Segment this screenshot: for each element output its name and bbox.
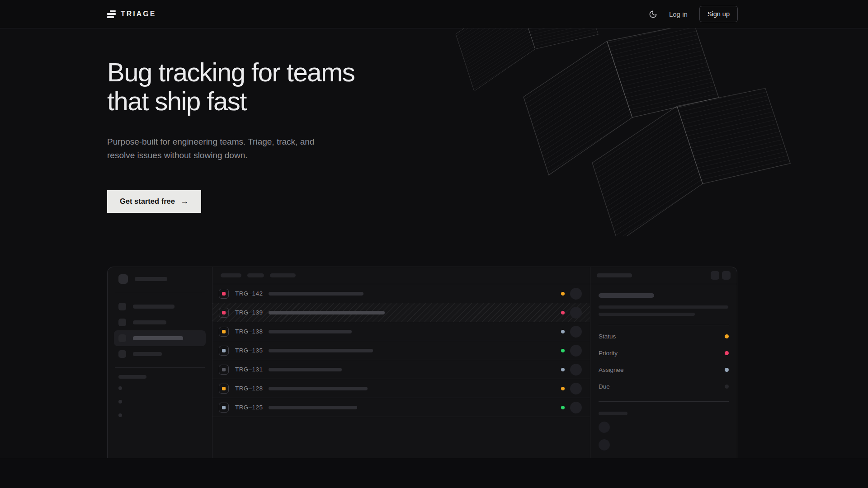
page-title: Bug tracking for teams that ship fast xyxy=(107,58,396,116)
field-label: Due xyxy=(599,383,610,390)
arrow-right-icon: → xyxy=(180,197,189,206)
issue-id: TRG–142 xyxy=(235,290,263,297)
issue-row[interactable]: TRG–128 xyxy=(212,379,590,398)
top-nav: TRIAGE Log in Sign up xyxy=(0,0,868,28)
issue-title-skeleton xyxy=(269,368,342,371)
app-screenshot-mockup: TRG–142TRG–139TRG–138TRG–135TRG–131TRG–1… xyxy=(107,267,737,458)
mockup-sidebar xyxy=(108,267,212,458)
filter-tab[interactable] xyxy=(270,273,296,277)
issue-type-icon xyxy=(219,289,229,299)
status-dot xyxy=(561,311,565,314)
activity-label-skeleton xyxy=(599,412,627,415)
issue-type-icon xyxy=(219,365,229,375)
avatar xyxy=(599,439,610,450)
field-label: Assignee xyxy=(599,366,624,373)
detail-fields: StatusPriorityAssigneeDue xyxy=(599,328,729,395)
assignee-avatar xyxy=(570,364,582,375)
footer xyxy=(0,458,868,488)
status-dot xyxy=(561,330,565,333)
filter-tab[interactable] xyxy=(247,273,264,277)
status-dot xyxy=(561,387,565,390)
issue-type-icon xyxy=(219,327,229,337)
sidebar-item[interactable] xyxy=(114,408,206,422)
detail-action-button[interactable] xyxy=(722,271,731,280)
issue-type-icon xyxy=(219,346,229,356)
moon-icon xyxy=(649,10,657,19)
issue-title-skeleton xyxy=(269,292,363,296)
assignee-avatar xyxy=(570,383,582,394)
field-value-dot xyxy=(725,385,729,389)
detail-field-row[interactable]: Status xyxy=(599,328,729,345)
status-dot xyxy=(561,406,565,409)
issue-title-skeleton xyxy=(269,349,373,352)
hero-section: Bug tracking for teams that ship fast Pu… xyxy=(0,28,868,458)
issue-title-skeleton xyxy=(269,311,385,314)
theme-toggle-button[interactable] xyxy=(649,10,657,19)
issue-id: TRG–128 xyxy=(235,385,263,392)
issue-list-rows: TRG–142TRG–139TRG–138TRG–135TRG–131TRG–1… xyxy=(212,284,590,417)
issue-type-icon xyxy=(219,384,229,394)
assignee-avatar xyxy=(570,402,582,413)
issue-row[interactable]: TRG–131 xyxy=(212,360,590,379)
sidebar-item[interactable] xyxy=(114,299,206,314)
field-value-dot xyxy=(725,351,729,355)
wireframe-panels-decoration xyxy=(452,28,868,236)
detail-field-row[interactable]: Priority xyxy=(599,345,729,361)
assignee-avatar xyxy=(570,288,582,300)
assignee-avatar xyxy=(570,307,582,319)
sidebar-item[interactable] xyxy=(114,314,206,330)
field-label: Status xyxy=(599,333,616,340)
assignee-avatar xyxy=(570,326,582,338)
hero-subtitle: Purpose-built for engineering teams. Tri… xyxy=(107,135,320,162)
detail-action-button[interactable] xyxy=(711,271,719,280)
detail-field-row[interactable]: Due xyxy=(599,378,729,395)
issue-row[interactable]: TRG–142 xyxy=(212,284,590,303)
issue-type-icon xyxy=(219,308,229,318)
sidebar-item[interactable] xyxy=(114,395,206,408)
issue-id: TRG–125 xyxy=(235,404,263,411)
mockup-workspace-switcher[interactable] xyxy=(114,274,206,284)
signup-button[interactable]: Sign up xyxy=(699,6,738,22)
field-value-dot xyxy=(725,334,729,338)
issue-id: TRG–139 xyxy=(235,309,263,316)
brand[interactable]: TRIAGE xyxy=(107,10,156,18)
status-dot xyxy=(561,349,565,352)
workspace-icon xyxy=(118,274,128,284)
sidebar-section-label xyxy=(118,375,146,379)
triage-logo-icon xyxy=(107,10,116,18)
issue-detail-panel: StatusPriorityAssigneeDue xyxy=(590,267,737,458)
avatar xyxy=(599,422,610,433)
field-label: Priority xyxy=(599,350,618,357)
get-started-button[interactable]: Get started free → xyxy=(107,190,201,213)
issue-type-icon xyxy=(219,403,229,413)
sidebar-item-selected[interactable] xyxy=(114,330,206,346)
issue-row[interactable]: TRG–135 xyxy=(212,341,590,360)
status-dot xyxy=(561,368,565,371)
issue-id: TRG–135 xyxy=(235,347,263,354)
issue-row[interactable]: TRG–139 xyxy=(212,303,590,322)
login-link[interactable]: Log in xyxy=(669,10,688,18)
field-value-dot xyxy=(725,368,729,372)
detail-header xyxy=(590,267,737,284)
status-dot xyxy=(561,292,565,296)
sidebar-item[interactable] xyxy=(114,381,206,395)
detail-title-skeleton xyxy=(599,293,654,298)
issue-title-skeleton xyxy=(269,406,357,409)
issue-list-panel: TRG–142TRG–139TRG–138TRG–135TRG–131TRG–1… xyxy=(212,267,590,458)
issue-list-header xyxy=(212,267,590,284)
filter-tab[interactable] xyxy=(221,273,241,277)
issue-title-skeleton xyxy=(269,330,352,333)
issue-id: TRG–138 xyxy=(235,328,263,335)
issue-row[interactable]: TRG–138 xyxy=(212,322,590,341)
assignee-avatar xyxy=(570,345,582,357)
detail-field-row[interactable]: Assignee xyxy=(599,361,729,378)
issue-row[interactable]: TRG–125 xyxy=(212,398,590,417)
issue-id: TRG–131 xyxy=(235,366,263,373)
brand-name: TRIAGE xyxy=(121,10,156,18)
issue-title-skeleton xyxy=(269,387,368,390)
sidebar-item[interactable] xyxy=(114,346,206,362)
